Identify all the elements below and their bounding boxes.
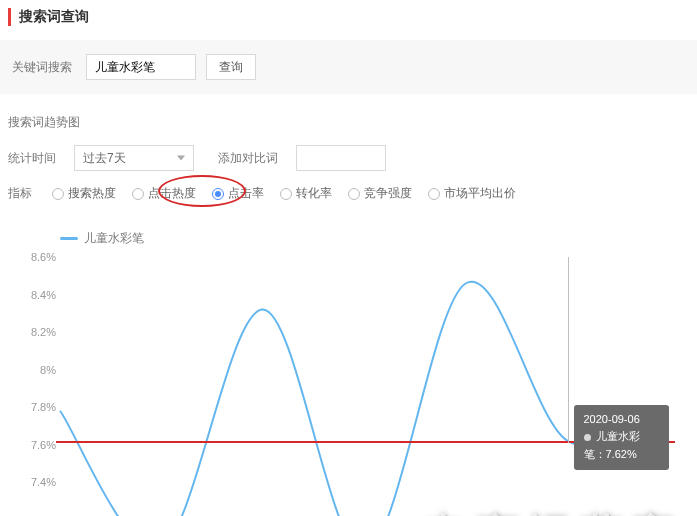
section-subtitle: 搜索词趋势图: [8, 114, 697, 131]
y-axis-tick: 7.6%: [20, 439, 56, 451]
chart-area: 儿童水彩笔 8.6%8.4%8.2%8%7.8%7.6%7.4%7.2%2020…: [0, 208, 697, 516]
keyword-search-label: 关键词搜索: [12, 59, 72, 76]
y-axis-tick: 8.4%: [20, 289, 56, 301]
filter-row: 统计时间 过去7天 添加对比词: [0, 141, 697, 175]
chart-legend: 儿童水彩笔: [60, 230, 673, 247]
radio-icon: [132, 188, 144, 200]
metric-option-label: 竞争强度: [364, 185, 412, 202]
radio-icon: [212, 188, 224, 200]
keyword-search-input[interactable]: [86, 54, 196, 80]
radio-icon: [348, 188, 360, 200]
metric-option-label: 转化率: [296, 185, 332, 202]
metric-option-label: 点击率: [228, 185, 264, 202]
line-series: [60, 257, 669, 516]
metric-option-cvr[interactable]: 转化率: [280, 185, 332, 202]
metric-radio-row: 指标 搜索热度 点击热度 点击率 转化率 竞争强度 市场平均出价: [0, 175, 697, 208]
compare-keyword-input[interactable]: [296, 145, 386, 171]
chart-plot[interactable]: 8.6%8.4%8.2%8%7.8%7.6%7.4%7.2%2020-09-06…: [60, 257, 669, 516]
metric-option-ctr[interactable]: 点击率: [212, 185, 264, 202]
keyword-search-row: 关键词搜索 查询: [0, 40, 697, 94]
time-range-value: 过去7天: [83, 150, 126, 167]
radio-icon: [280, 188, 292, 200]
time-range-label: 统计时间: [8, 150, 56, 167]
compare-keyword-label: 添加对比词: [218, 150, 278, 167]
panel-title: 搜索词查询: [8, 8, 697, 26]
legend-series-label: 儿童水彩笔: [84, 230, 144, 247]
y-axis-tick: 8%: [20, 364, 56, 376]
metric-option-label: 搜索热度: [68, 185, 116, 202]
metric-option-avg-bid[interactable]: 市场平均出价: [428, 185, 516, 202]
metric-option-click-heat[interactable]: 点击热度: [132, 185, 196, 202]
y-axis-tick: 8.2%: [20, 326, 56, 338]
metric-option-search-heat[interactable]: 搜索热度: [52, 185, 116, 202]
y-axis-tick: 7.8%: [20, 401, 56, 413]
search-button[interactable]: 查询: [206, 54, 256, 80]
y-axis-tick: 7.4%: [20, 476, 56, 488]
metric-option-competition[interactable]: 竞争强度: [348, 185, 412, 202]
radio-icon: [428, 188, 440, 200]
metric-option-label: 市场平均出价: [444, 185, 516, 202]
metric-label: 指标: [8, 185, 32, 202]
y-axis-tick: 8.6%: [20, 251, 56, 263]
radio-icon: [52, 188, 64, 200]
legend-swatch-icon: [60, 237, 78, 240]
metric-option-label: 点击热度: [148, 185, 196, 202]
time-range-select[interactable]: 过去7天: [74, 145, 194, 171]
